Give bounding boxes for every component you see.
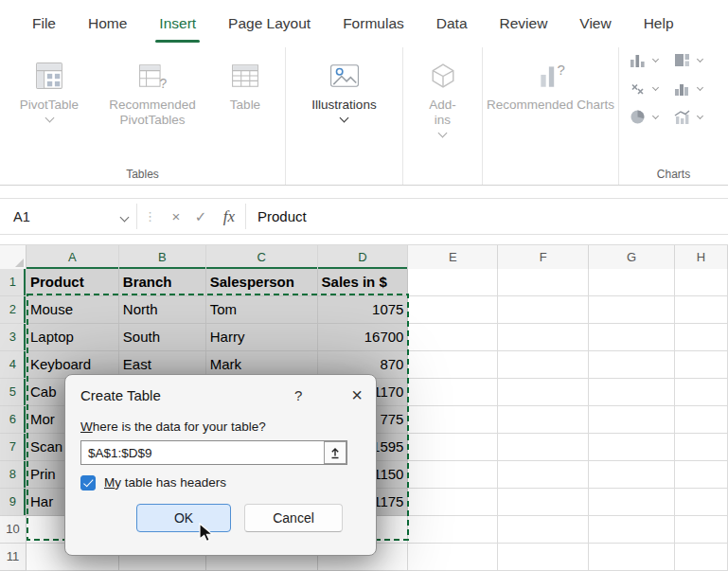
tab-page-layout[interactable]: Page Layout bbox=[213, 0, 326, 47]
cell-G7[interactable] bbox=[589, 434, 675, 461]
combo-chart-button[interactable] bbox=[673, 108, 702, 126]
column-header-C[interactable]: C bbox=[206, 245, 318, 270]
cell-F4[interactable] bbox=[498, 351, 589, 379]
name-box-dropdown[interactable] bbox=[112, 212, 136, 221]
cancel-entry-button[interactable]: × bbox=[164, 208, 188, 224]
column-chart-button[interactable] bbox=[629, 51, 658, 69]
cell-C1[interactable]: Salesperson bbox=[206, 269, 318, 296]
cell-H1[interactable] bbox=[675, 269, 728, 296]
recommended-charts-button[interactable]: ? Recommended Charts bbox=[486, 54, 616, 113]
cell-H8[interactable] bbox=[675, 461, 728, 489]
hierarchy-chart-button[interactable] bbox=[673, 51, 702, 69]
enter-entry-button[interactable]: ✓ bbox=[188, 208, 213, 225]
cell-B3[interactable]: South bbox=[119, 324, 206, 351]
illustrations-button[interactable]: Illustrations bbox=[293, 54, 397, 121]
cell-D2[interactable]: 1075 bbox=[318, 296, 409, 324]
drag-handle-icon[interactable]: ⋮ bbox=[144, 209, 157, 223]
row-header-11[interactable]: 11 bbox=[0, 544, 27, 571]
cell-E9[interactable] bbox=[408, 489, 498, 516]
cell-H2[interactable] bbox=[675, 296, 728, 324]
cell-F2[interactable] bbox=[498, 296, 589, 324]
cell-F11[interactable] bbox=[498, 544, 589, 571]
histogram-chart-button[interactable] bbox=[673, 80, 702, 98]
cell-E5[interactable] bbox=[408, 379, 498, 406]
tab-insert[interactable]: Insert bbox=[144, 0, 211, 47]
cell-D1[interactable]: Sales in $ bbox=[318, 269, 409, 296]
cell-B2[interactable]: North bbox=[119, 296, 206, 324]
select-all-corner[interactable] bbox=[0, 245, 27, 270]
cell-H10[interactable] bbox=[675, 516, 728, 544]
cell-G10[interactable] bbox=[589, 516, 675, 544]
row-header-7[interactable]: 7 bbox=[0, 434, 27, 461]
tab-review[interactable]: Review bbox=[485, 0, 563, 47]
ok-button[interactable]: OK bbox=[136, 504, 231, 532]
cell-G6[interactable] bbox=[589, 406, 675, 434]
cell-G11[interactable] bbox=[589, 544, 675, 571]
cell-E10[interactable] bbox=[408, 516, 498, 544]
cell-E8[interactable] bbox=[408, 461, 498, 489]
column-header-E[interactable]: E bbox=[408, 245, 498, 270]
cell-H6[interactable] bbox=[675, 406, 728, 434]
column-header-F[interactable]: F bbox=[498, 245, 589, 270]
tab-data[interactable]: Data bbox=[421, 0, 483, 47]
insert-function-button[interactable]: fx bbox=[213, 207, 245, 226]
row-header-5[interactable]: 5 bbox=[0, 379, 27, 406]
cell-E6[interactable] bbox=[408, 406, 498, 434]
cell-B1[interactable]: Branch bbox=[119, 269, 206, 296]
cell-A1[interactable]: Product bbox=[27, 269, 119, 296]
cell-F5[interactable] bbox=[498, 379, 589, 406]
column-header-D[interactable]: D bbox=[318, 245, 409, 270]
cell-G1[interactable] bbox=[589, 269, 675, 296]
cell-E3[interactable] bbox=[408, 324, 498, 351]
cancel-button[interactable]: Cancel bbox=[244, 504, 343, 532]
cell-H9[interactable] bbox=[675, 489, 728, 516]
cell-G2[interactable] bbox=[589, 296, 675, 324]
pie-chart-button[interactable] bbox=[629, 108, 658, 126]
cell-H11[interactable] bbox=[675, 544, 728, 571]
cell-C3[interactable]: Harry bbox=[206, 324, 318, 351]
cell-G9[interactable] bbox=[589, 489, 675, 516]
column-header-G[interactable]: G bbox=[589, 245, 675, 270]
help-icon[interactable]: ? bbox=[294, 387, 302, 403]
close-icon[interactable]: × bbox=[351, 386, 363, 403]
cell-C2[interactable]: Tom bbox=[206, 296, 318, 324]
cell-G8[interactable] bbox=[589, 461, 675, 489]
cell-F9[interactable] bbox=[498, 489, 589, 516]
row-header-10[interactable]: 10 bbox=[0, 516, 27, 544]
cell-F7[interactable] bbox=[498, 434, 589, 461]
row-header-9[interactable]: 9 bbox=[0, 489, 27, 516]
cell-A2[interactable]: Mouse bbox=[27, 296, 119, 324]
tab-file[interactable]: File bbox=[17, 0, 71, 47]
collapse-dialog-button[interactable] bbox=[324, 441, 346, 464]
cell-E4[interactable] bbox=[408, 351, 498, 379]
row-header-8[interactable]: 8 bbox=[0, 461, 27, 489]
row-header-3[interactable]: 3 bbox=[0, 324, 27, 351]
cell-F3[interactable] bbox=[498, 324, 589, 351]
cell-D3[interactable]: 16700 bbox=[318, 324, 409, 351]
headers-checkbox[interactable] bbox=[80, 475, 96, 491]
scatter-chart-button[interactable] bbox=[629, 80, 658, 98]
cell-E1[interactable] bbox=[408, 269, 498, 296]
row-header-2[interactable]: 2 bbox=[0, 296, 27, 324]
formula-content[interactable]: Product bbox=[246, 208, 307, 224]
column-header-H[interactable]: H bbox=[675, 245, 728, 270]
cell-E2[interactable] bbox=[408, 296, 498, 324]
table-button[interactable]: Table bbox=[214, 54, 276, 113]
cell-F8[interactable] bbox=[498, 461, 589, 489]
cell-A3[interactable]: Laptop bbox=[27, 324, 119, 351]
cell-F6[interactable] bbox=[498, 406, 589, 434]
cell-G3[interactable] bbox=[589, 324, 675, 351]
tab-view[interactable]: View bbox=[564, 0, 626, 47]
cell-F1[interactable] bbox=[498, 269, 589, 296]
name-box[interactable]: A1 bbox=[0, 209, 112, 224]
tab-help[interactable]: Help bbox=[629, 0, 689, 47]
pivottable-button[interactable]: PivotTable bbox=[8, 54, 91, 121]
row-header-4[interactable]: 4 bbox=[0, 351, 27, 379]
tab-formulas[interactable]: Formulas bbox=[328, 0, 419, 47]
tab-home[interactable]: Home bbox=[73, 0, 142, 47]
cell-G5[interactable] bbox=[589, 379, 675, 406]
range-input[interactable]: $A$1:$D$9 bbox=[80, 440, 347, 465]
addins-button[interactable]: Add-ins bbox=[413, 54, 473, 136]
cell-E11[interactable] bbox=[408, 544, 498, 571]
cell-H5[interactable] bbox=[675, 379, 728, 406]
